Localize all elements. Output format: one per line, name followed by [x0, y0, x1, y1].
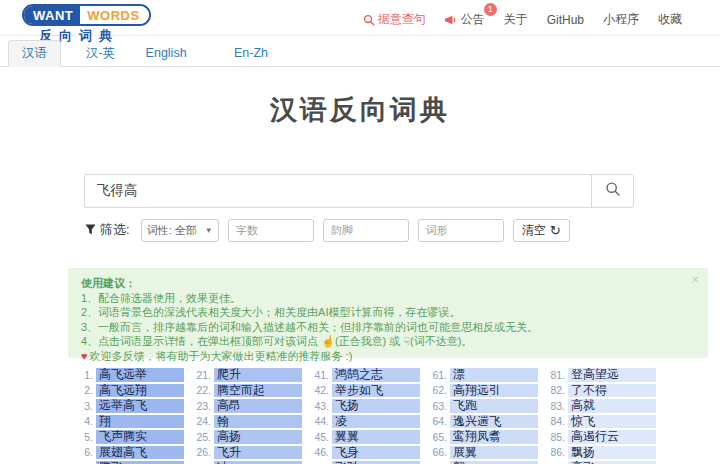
- pos-select-value: 词性: 全部: [147, 223, 197, 238]
- result-rank: 83.: [542, 400, 565, 412]
- result-word[interactable]: 高飞远翔: [96, 384, 184, 398]
- tab-汉语[interactable]: 汉语: [8, 40, 61, 67]
- result-item: 22.腾空而起: [188, 384, 302, 398]
- result-item: 62.高翔远引: [424, 384, 538, 398]
- result-word[interactable]: 高翔远引: [450, 384, 538, 398]
- logo-want-text: WANT: [24, 6, 80, 24]
- result-item: 65.鸾翔凤翥: [424, 430, 538, 444]
- result-item: 6.展翅高飞: [70, 446, 184, 460]
- result-rank: 2.: [70, 384, 93, 396]
- result-word[interactable]: 飞升: [214, 446, 302, 460]
- filter-label: 筛选:: [85, 221, 130, 239]
- result-item: 1.高飞远举: [70, 368, 184, 382]
- result-word[interactable]: 漂: [450, 368, 538, 382]
- tab-汉-英[interactable]: 汉-英: [72, 40, 129, 67]
- search-button[interactable]: [591, 175, 633, 207]
- tab-En-Zh[interactable]: En-Zh: [220, 40, 282, 67]
- result-word[interactable]: 展翅高飞: [96, 446, 184, 460]
- result-rank: 44.: [306, 415, 329, 427]
- result-word[interactable]: 翰: [214, 415, 302, 429]
- result-word[interactable]: 飞跑: [450, 399, 538, 413]
- result-word[interactable]: 高扬: [214, 430, 302, 444]
- result-item: 44.凌: [306, 415, 420, 429]
- refresh-icon: ↻: [550, 224, 561, 237]
- result-word[interactable]: 逸兴遄飞: [450, 415, 538, 429]
- wantwords-logo[interactable]: WANT WORDS 反向词典: [22, 4, 151, 45]
- menu-item-6[interactable]: 收藏: [658, 11, 682, 28]
- filter-row: 筛选: 词性: 全部 ▼ 清空 ↻: [85, 218, 635, 242]
- char-count-input[interactable]: [228, 219, 314, 242]
- result-item: 43.飞扬: [306, 399, 420, 413]
- result-word[interactable]: 鸾翔凤翥: [450, 430, 538, 444]
- result-word[interactable]: 翔: [96, 415, 184, 429]
- search-icon: [363, 14, 375, 26]
- result-rank: 84.: [542, 415, 565, 427]
- result-word[interactable]: 了不得: [568, 384, 656, 398]
- result-word[interactable]: 高就: [568, 399, 656, 413]
- result-item: 41.鸿鹄之志: [306, 368, 420, 382]
- usage-tip-line: 3、一般而言，排序越靠后的词和输入描述越不相关；但排序靠前的词也可能意思相反或无…: [81, 320, 684, 335]
- result-rank: 86.: [542, 446, 565, 458]
- usage-tip-line: 4、点击词语显示详情，在弹出框顶部可对该词点 ☝(正合我意) 或 ☟(词不达意)…: [81, 334, 684, 349]
- clear-filters-button[interactable]: 清空 ↻: [513, 219, 570, 242]
- result-item: 63.飞跑: [424, 399, 538, 413]
- result-item: 85.高遏行云: [542, 430, 656, 444]
- result-word[interactable]: 飞扬: [332, 399, 420, 413]
- menu-item-label: 收藏: [658, 11, 682, 28]
- pos-select[interactable]: 词性: 全部 ▼: [141, 219, 219, 242]
- result-word[interactable]: 惊飞: [568, 415, 656, 429]
- result-rank: 65.: [424, 431, 447, 443]
- result-word[interactable]: 凌: [332, 415, 420, 429]
- funnel-icon: [85, 223, 96, 238]
- result-item: 2.高飞远翔: [70, 384, 184, 398]
- result-rank: 25.: [188, 431, 211, 443]
- results-column: 21.爬升22.腾空而起23.高昂24.翰25.高扬26.飞升27.冲: [188, 368, 302, 464]
- result-word[interactable]: 爬升: [214, 368, 302, 382]
- result-word[interactable]: 翼翼: [332, 430, 420, 444]
- result-rank: 22.: [188, 384, 211, 396]
- rhyme-input[interactable]: [323, 219, 409, 242]
- notification-badge: 1: [484, 3, 497, 16]
- result-rank: 26.: [188, 446, 211, 458]
- menu-item-1[interactable]: 据意查句: [363, 11, 426, 28]
- result-item: 86.飘扬: [542, 446, 656, 460]
- menu-item-4[interactable]: GitHub: [547, 13, 584, 27]
- result-word[interactable]: 飞身: [332, 446, 420, 460]
- result-word[interactable]: 远举高飞: [96, 399, 184, 413]
- menu-item-label: 据意查句: [378, 11, 426, 28]
- search-input[interactable]: [85, 175, 591, 207]
- close-icon[interactable]: ×: [691, 273, 699, 286]
- result-word[interactable]: 高昂: [214, 399, 302, 413]
- menu-item-3[interactable]: 关于: [504, 11, 528, 28]
- result-rank: 6.: [70, 446, 93, 458]
- result-item: 66.展翼: [424, 446, 538, 460]
- result-word[interactable]: 飘扬: [568, 446, 656, 460]
- header: WANT WORDS 反向词典 据意查句公告1关于GitHub小程序收藏: [0, 0, 720, 36]
- menu-item-5[interactable]: 小程序: [603, 11, 639, 28]
- result-word[interactable]: 举步如飞: [332, 384, 420, 398]
- menu-item-2[interactable]: 公告1: [445, 11, 485, 28]
- results-column: 81.登高望远82.了不得83.高就84.惊飞85.高遏行云86.飘扬87.高飞: [542, 368, 656, 464]
- result-item: 42.举步如飞: [306, 384, 420, 398]
- result-word[interactable]: 高遏行云: [568, 430, 656, 444]
- result-word[interactable]: 腾空而起: [214, 384, 302, 398]
- result-word[interactable]: 展翼: [450, 446, 538, 460]
- result-word[interactable]: 飞声腾实: [96, 430, 184, 444]
- result-word[interactable]: 鸿鹄之志: [332, 368, 420, 382]
- result-rank: 61.: [424, 369, 447, 381]
- search-box: [84, 174, 634, 208]
- result-rank: 62.: [424, 384, 447, 396]
- result-word[interactable]: 高飞远举: [96, 368, 184, 382]
- word-shape-input[interactable]: [418, 219, 504, 242]
- result-rank: 23.: [188, 400, 211, 412]
- tab-English[interactable]: English: [132, 40, 201, 67]
- clear-button-label: 清空: [522, 222, 546, 239]
- result-item: 82.了不得: [542, 384, 656, 398]
- results-grid: 1.高飞远举2.高飞远翔3.远举高飞4.翔5.飞声腾实6.展翅高飞7.腾飞21.…: [70, 368, 656, 464]
- result-item: 3.远举高飞: [70, 399, 184, 413]
- result-rank: 64.: [424, 415, 447, 427]
- usage-tip-line: 2、词语背景色的深浅代表相关度大小；相关度由AI模型计算而得，存在谬误。: [81, 305, 684, 320]
- result-word[interactable]: 登高望远: [568, 368, 656, 382]
- result-rank: 24.: [188, 415, 211, 427]
- menu-item-label: 公告: [461, 11, 485, 28]
